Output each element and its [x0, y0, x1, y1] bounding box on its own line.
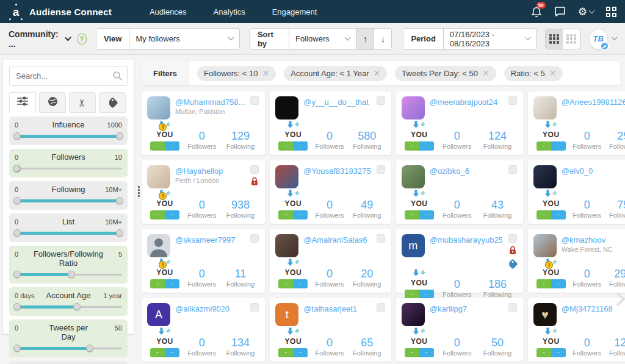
remove-filter-icon[interactable]: ✕ — [549, 69, 557, 77]
select-checkbox[interactable] — [377, 96, 385, 105]
user-handle[interactable]: @alikazmi9020 — [175, 304, 245, 313]
select-checkbox[interactable] — [250, 165, 259, 174]
user-handle[interactable]: @kmazhoov — [562, 235, 625, 244]
relationship-bar[interactable]: - - — [405, 290, 434, 299]
user-handle[interactable]: @Muhammad758... — [175, 98, 245, 107]
user-handle[interactable]: @talhasarjeet1 — [303, 304, 370, 313]
avatar[interactable] — [275, 165, 298, 188]
relationship-bar[interactable]: - - — [150, 210, 179, 219]
slider-handle-max[interactable] — [116, 229, 123, 237]
relationship-bar[interactable]: - - — [536, 141, 566, 151]
grid-view-light-button[interactable] — [563, 29, 580, 49]
relationship-bar[interactable]: - - — [405, 348, 434, 357]
avatar[interactable] — [275, 234, 298, 257]
remove-filter-icon[interactable]: ✕ — [262, 69, 270, 77]
avatar[interactable] — [275, 96, 298, 120]
user-handle[interactable]: @Hayahellop — [175, 166, 245, 176]
user-handle[interactable]: @sksameer7997 — [175, 235, 245, 244]
search-input[interactable] — [9, 66, 128, 86]
avatar[interactable] — [533, 165, 557, 188]
account-avatar[interactable]: TB — [589, 29, 608, 49]
relationship-bar[interactable]: - - — [405, 210, 434, 219]
relationship-bar[interactable]: - - — [150, 141, 179, 151]
grid-view-dense-button[interactable] — [546, 29, 563, 49]
nav-item-analytics[interactable]: Analytics — [214, 7, 245, 16]
slider-handle-max[interactable] — [86, 344, 93, 352]
period-select[interactable]: 07/16/2023 - 08/16/2023 — [444, 29, 536, 49]
user-handle[interactable]: @mubasharayyub25 — [430, 235, 503, 244]
user-handle[interactable]: @AmairaniSalas6 — [303, 235, 370, 244]
select-checkbox[interactable] — [250, 303, 259, 312]
sort-select[interactable]: Followers — [289, 29, 356, 49]
notifications-bell-icon[interactable]: 50 — [531, 6, 542, 18]
slider-handle-max[interactable] — [13, 165, 20, 172]
avatar[interactable] — [533, 234, 557, 257]
avatar[interactable]: m — [402, 234, 425, 257]
user-handle[interactable]: @y__u__do__that — [303, 98, 370, 107]
sort-descending-button[interactable]: ↓ — [374, 29, 391, 49]
user-handle[interactable]: @Mj34721168 — [562, 304, 625, 313]
slider-track[interactable] — [15, 271, 122, 278]
avatar[interactable] — [147, 96, 170, 120]
community-selector[interactable]: Community: ... — [9, 29, 71, 49]
select-checkbox[interactable] — [377, 303, 385, 312]
avatar[interactable] — [147, 165, 170, 188]
user-handle[interactable]: @Yousaf83183275 — [303, 166, 370, 176]
slider-handle-min[interactable] — [13, 271, 21, 278]
nav-item-audiences[interactable]: Audiences — [150, 7, 187, 16]
avatar[interactable]: A — [147, 303, 170, 326]
messages-chat-icon[interactable] — [554, 6, 566, 17]
sort-ascending-button[interactable]: ↑ — [356, 29, 374, 49]
tab-location[interactable] — [39, 92, 66, 113]
slider-handle-max[interactable] — [73, 303, 81, 310]
slider-track[interactable] — [15, 344, 122, 352]
slider-track[interactable] — [15, 132, 122, 140]
relationship-bar[interactable]: - - — [536, 279, 566, 288]
slider-handle-min[interactable] — [13, 197, 21, 204]
user-handle[interactable]: @elv0_0 — [562, 166, 625, 176]
slider-handle-max[interactable] — [68, 271, 75, 278]
view-select[interactable]: My followers — [129, 29, 239, 49]
nav-item-engagement[interactable]: Engagement — [272, 7, 317, 16]
settings-gear-icon[interactable]: ⚙ — [578, 7, 594, 17]
account-menu-chevron-icon[interactable] — [612, 35, 617, 40]
tab-sliders[interactable] — [9, 92, 36, 113]
select-checkbox[interactable] — [508, 303, 517, 312]
select-checkbox[interactable] — [250, 96, 259, 105]
remove-filter-icon[interactable]: ✕ — [482, 69, 490, 77]
slider-track[interactable] — [15, 165, 122, 172]
user-handle[interactable]: @karliipg7 — [430, 304, 503, 313]
relationship-bar[interactable]: - - — [536, 210, 566, 219]
slider-handle-min[interactable] — [13, 229, 21, 237]
slider-track[interactable] — [15, 303, 122, 310]
relationship-bar[interactable]: - - — [150, 279, 179, 288]
avatar[interactable]: ♥ — [533, 303, 557, 326]
tab-cut[interactable]: ✂ — [69, 92, 96, 113]
relationship-bar[interactable]: - - — [405, 141, 434, 151]
slider-handle-min[interactable] — [13, 132, 21, 140]
relationship-bar[interactable]: - - — [536, 348, 566, 357]
select-checkbox[interactable] — [508, 234, 517, 243]
avatar[interactable] — [147, 234, 170, 257]
relationship-bar[interactable]: - - — [278, 279, 308, 288]
slider-handle-min[interactable] — [13, 344, 21, 352]
audiense-logo-icon[interactable]: a — [9, 4, 23, 19]
avatar[interactable] — [402, 165, 425, 188]
user-handle[interactable]: @Anees19981126 — [562, 98, 625, 107]
apps-grid-icon[interactable] — [606, 7, 616, 17]
help-icon[interactable]: ? — [77, 34, 87, 45]
select-checkbox[interactable] — [377, 165, 385, 174]
avatar[interactable] — [402, 96, 425, 120]
avatar[interactable] — [402, 303, 425, 326]
slider-handle-min[interactable] — [13, 303, 21, 310]
select-checkbox[interactable] — [377, 234, 385, 243]
relationship-bar[interactable]: - - — [278, 210, 308, 219]
avatar[interactable]: t — [275, 303, 298, 326]
user-handle[interactable]: @meerabrajpoot24 — [430, 98, 503, 107]
slider-track[interactable] — [15, 197, 122, 204]
relationship-bar[interactable]: - - — [278, 348, 308, 357]
slider-track[interactable] — [15, 229, 122, 237]
remove-filter-icon[interactable]: ✕ — [374, 69, 381, 77]
avatar[interactable] — [533, 96, 557, 120]
relationship-bar[interactable]: - - — [278, 141, 308, 151]
